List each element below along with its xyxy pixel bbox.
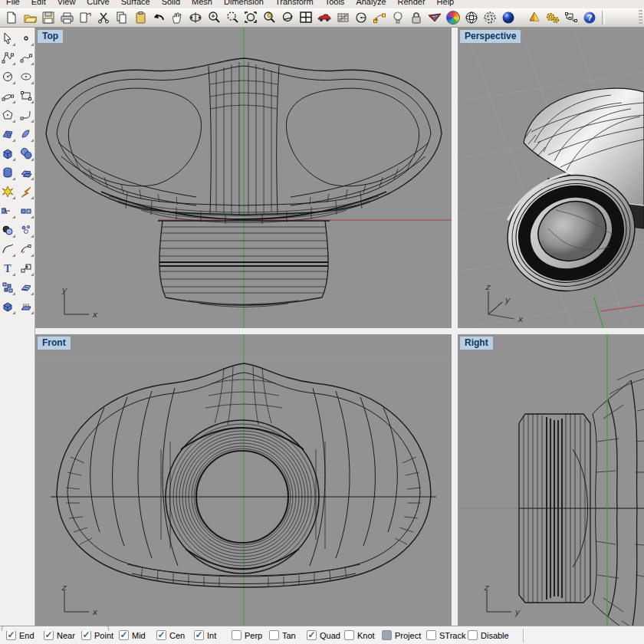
help-button[interactable]: ? — [580, 9, 599, 26]
checkbox[interactable]: ✓ — [468, 630, 478, 640]
osnap-knot[interactable]: ✓Knot — [344, 630, 382, 640]
checkbox[interactable]: ✓ — [269, 630, 279, 640]
menu-view[interactable]: View — [58, 0, 76, 8]
viewport-front[interactable]: Front — [35, 334, 452, 626]
new-button[interactable] — [2, 9, 21, 26]
cylinder-button[interactable] — [0, 163, 16, 182]
checkbox[interactable]: ✓ — [156, 630, 166, 640]
menu-help[interactable]: Help — [437, 0, 455, 8]
viewport-perspective[interactable]: Perspective — [458, 28, 644, 328]
history-button[interactable] — [562, 9, 580, 26]
osnap-near[interactable]: ✓Near — [44, 630, 81, 640]
cut-button[interactable] — [94, 9, 113, 26]
zoom-extents-button[interactable] — [278, 9, 297, 26]
menu-solid[interactable]: Solid — [162, 0, 180, 8]
viewport-front-label[interactable]: Front — [38, 337, 71, 350]
hatch-button[interactable] — [18, 278, 34, 297]
osnap-disable[interactable]: ✓Disable — [468, 630, 512, 640]
viewport-perspective-label[interactable]: Perspective — [460, 30, 521, 43]
rectangle-button[interactable] — [18, 87, 34, 105]
checkbox[interactable]: ✓ — [6, 630, 16, 640]
osnap-int[interactable]: ✓Int — [194, 630, 232, 640]
curved-surface-button[interactable] — [18, 125, 34, 143]
point-group-button[interactable] — [18, 221, 34, 239]
zoom-in-button[interactable] — [205, 9, 223, 26]
circle-button[interactable] — [0, 67, 16, 86]
arc-button[interactable] — [0, 87, 16, 105]
options-button[interactable] — [544, 9, 562, 26]
osnap-strack[interactable]: ✓STrack — [426, 630, 468, 640]
pan-button[interactable] — [168, 9, 186, 26]
lamp-button[interactable] — [389, 9, 407, 26]
checkbox[interactable]: ✓ — [307, 630, 317, 640]
menu-analyze[interactable]: Analyze — [356, 0, 386, 8]
checkbox[interactable]: ✓ — [382, 630, 392, 640]
fillet-flash-button[interactable] — [18, 182, 34, 201]
osnap-perp[interactable]: ✓Perp — [232, 630, 269, 640]
osnap-project[interactable]: ✓Project — [382, 630, 426, 640]
lock-button[interactable] — [407, 9, 426, 26]
osnap-end[interactable]: ✓End — [6, 630, 44, 640]
polysurface-button[interactable] — [18, 163, 34, 182]
car-button[interactable] — [315, 9, 334, 26]
rotate-view-button[interactable] — [186, 9, 205, 26]
wireframe-display-button[interactable] — [462, 9, 481, 26]
checkbox[interactable]: ✓ — [44, 630, 54, 640]
layer-fin-button[interactable] — [426, 9, 444, 26]
text-button[interactable]: T — [0, 259, 16, 278]
curve-interpolate-button[interactable] — [0, 48, 16, 67]
worksession-button[interactable] — [18, 297, 34, 316]
viewport-right[interactable]: Right — [458, 334, 644, 626]
zoom-dynamic-button[interactable] — [223, 9, 242, 26]
zoom-window-button[interactable] — [242, 9, 260, 26]
osnap-point[interactable]: ✓Point — [81, 630, 119, 640]
spheres-button[interactable] — [18, 144, 34, 163]
trim-button[interactable] — [0, 202, 16, 220]
surface-patch-button[interactable] — [0, 125, 16, 143]
menu-mesh[interactable]: Mesh — [192, 0, 212, 8]
checkbox[interactable]: ✓ — [119, 630, 129, 640]
four-viewports-button[interactable] — [297, 9, 315, 26]
curve-handles-button[interactable] — [18, 48, 34, 67]
save-button[interactable] — [39, 9, 58, 26]
ellipse-button[interactable] — [18, 67, 34, 86]
point-button[interactable] — [18, 29, 34, 48]
menu-render[interactable]: Render — [398, 0, 426, 8]
menu-transform[interactable]: Transform — [275, 0, 314, 8]
cone-button[interactable] — [525, 9, 544, 26]
osnap-quad[interactable]: ✓Quad — [307, 630, 344, 640]
explode-button[interactable] — [0, 182, 16, 201]
circle-center-button[interactable] — [352, 9, 370, 26]
menu-curve[interactable]: Curve — [87, 0, 109, 8]
print-button[interactable] — [58, 9, 76, 26]
box-button[interactable] — [0, 144, 16, 163]
viewport-right-label[interactable]: Right — [460, 337, 493, 350]
scale-button[interactable] — [18, 259, 34, 278]
rendered-display-button[interactable] — [499, 9, 518, 26]
viewport-top[interactable]: Top — [35, 28, 452, 328]
color-wheel-button[interactable] — [444, 9, 462, 26]
checkbox[interactable]: ✓ — [81, 630, 91, 640]
menu-tools[interactable]: Tools — [325, 0, 345, 8]
viewport-top-label[interactable]: Top — [38, 30, 63, 43]
paste-button[interactable] — [131, 9, 150, 26]
select-pointer-button[interactable] — [0, 29, 16, 48]
polygon-button[interactable] — [0, 106, 16, 124]
osnap-cen[interactable]: ✓Cen — [156, 630, 194, 640]
copy-button[interactable] — [113, 9, 131, 26]
blend-curve-button[interactable] — [18, 240, 34, 258]
osnap-tan[interactable]: ✓Tan — [269, 630, 307, 640]
split-button[interactable] — [18, 202, 34, 220]
solid-box-button[interactable] — [0, 297, 16, 316]
osnap-mid[interactable]: ✓Mid — [119, 630, 156, 640]
copy-clipboard-button[interactable] — [76, 9, 94, 26]
undo-button[interactable] — [150, 9, 168, 26]
checkbox[interactable]: ✓ — [344, 630, 354, 640]
menu-edit[interactable]: Edit — [31, 0, 46, 8]
show-points-button[interactable] — [370, 9, 389, 26]
checkbox[interactable]: ✓ — [194, 630, 204, 640]
fillet-curve-button[interactable] — [0, 240, 16, 258]
zoom-selected-button[interactable] — [260, 9, 278, 26]
boolean-button[interactable] — [0, 221, 16, 239]
checkbox[interactable]: ✓ — [232, 630, 242, 640]
